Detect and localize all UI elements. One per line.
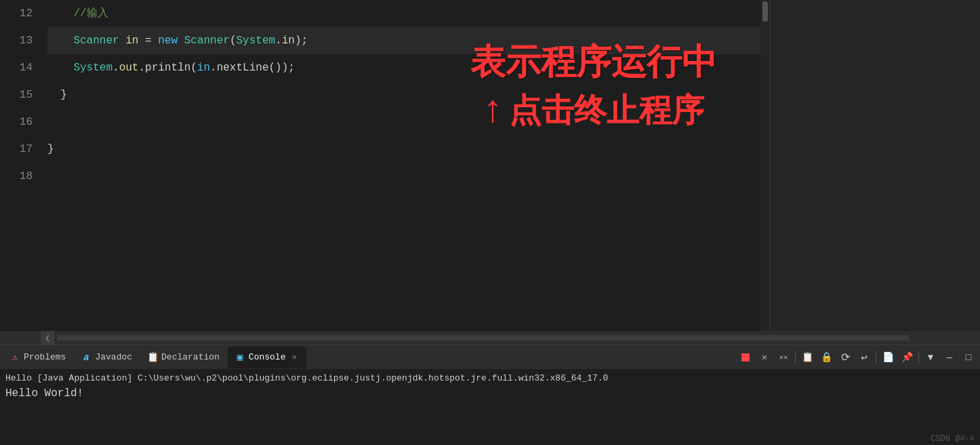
- line-numbers: 12 13 14 15 16 17 18: [0, 0, 41, 331]
- watermark: CSDN @#-#: [931, 434, 975, 444]
- line-num-13: 13: [0, 27, 33, 54]
- word-wrap-icon: ↩: [861, 351, 867, 364]
- lock-icon: 🔒: [821, 351, 832, 363]
- editor-vscrollbar[interactable]: [760, 0, 770, 331]
- scroll-left-button[interactable]: ❮: [41, 331, 54, 345]
- scroll-end-button[interactable]: ⟳: [836, 349, 854, 366]
- clear-icon: 📋: [802, 351, 813, 363]
- minimize-icon: —: [947, 352, 952, 363]
- declaration-icon: 📋: [147, 352, 158, 363]
- view-menu-button[interactable]: ▼: [922, 349, 939, 366]
- pin-console-button[interactable]: 📌: [898, 349, 916, 366]
- new-console-button[interactable]: 📄: [879, 349, 897, 366]
- console-output: Hello World!: [5, 387, 975, 400]
- tab-declaration-label: Declaration: [161, 352, 220, 362]
- tab-javadoc-label: Javadoc: [95, 352, 132, 362]
- right-panel: [770, 0, 980, 331]
- line-num-17: 17: [0, 136, 33, 163]
- terminate-icon: ✕: [762, 351, 767, 363]
- maximize-icon: □: [966, 352, 971, 363]
- problems-icon: ⚠: [9, 352, 20, 363]
- stop-button[interactable]: [737, 349, 754, 366]
- tab-bar: ⚠ Problems a Javadoc 📋 Declaration ▣ Con…: [0, 345, 980, 369]
- scroll-end-icon: ⟳: [841, 351, 850, 364]
- vscroll-thumb[interactable]: [762, 1, 768, 22]
- toolbar-sep-1: [795, 351, 796, 364]
- pin-icon: 📌: [901, 351, 913, 363]
- tab-console[interactable]: ▣ Console ✕: [228, 347, 307, 368]
- minimize-button[interactable]: —: [941, 349, 958, 366]
- console-icon: ▣: [234, 352, 245, 363]
- code-text: System.out.println(in.nextLine());: [47, 54, 295, 81]
- terminate-button[interactable]: ✕: [756, 349, 773, 366]
- console-path: Hello [Java Application] C:\Users\wu\.p2…: [5, 372, 975, 386]
- code-text: }: [47, 81, 67, 109]
- tab-toolbar: ✕ ✕✕ 📋 🔒 ⟳ ↩ 📄 📌: [737, 349, 977, 366]
- javadoc-icon: a: [81, 352, 91, 363]
- terminate-all-button[interactable]: ✕✕: [775, 349, 792, 366]
- tab-problems[interactable]: ⚠ Problems: [3, 347, 73, 368]
- view-menu-icon: ▼: [928, 352, 933, 363]
- line-num-14: 14: [0, 54, 33, 81]
- toolbar-sep-2: [876, 351, 876, 364]
- line-num-18: 18: [0, 163, 33, 190]
- line-num-16: 16: [0, 109, 33, 136]
- editor-scrollbar[interactable]: ❮: [0, 331, 980, 345]
- tab-console-close[interactable]: ✕: [289, 352, 300, 363]
- maximize-button[interactable]: □: [960, 349, 977, 366]
- tab-problems-label: Problems: [24, 352, 66, 362]
- code-text: }: [47, 136, 54, 163]
- tab-console-label: Console: [249, 352, 286, 362]
- editor-area: 12 13 14 15 16 17 18 //输入 Scanner in = n…: [0, 0, 980, 331]
- clear-console-button[interactable]: 📋: [798, 349, 816, 366]
- console-area: Hello [Java Application] C:\Users\wu\.p2…: [0, 369, 980, 445]
- lock-button[interactable]: 🔒: [817, 349, 835, 366]
- tab-declaration[interactable]: 📋 Declaration: [140, 347, 226, 368]
- new-console-icon: 📄: [882, 351, 894, 363]
- stop-icon: [741, 353, 750, 362]
- tab-javadoc[interactable]: a Javadoc: [74, 347, 139, 368]
- code-text: Scanner in = new Scanner(System.in);: [47, 27, 308, 54]
- scroll-track[interactable]: [58, 335, 909, 341]
- terminate-all-icon: ✕✕: [779, 353, 788, 362]
- line-num-15: 15: [0, 81, 33, 109]
- word-wrap-button[interactable]: ↩: [855, 349, 873, 366]
- line-num-12: 12: [0, 0, 33, 27]
- code-text: //输入: [47, 0, 108, 27]
- toolbar-sep-3: [918, 351, 919, 364]
